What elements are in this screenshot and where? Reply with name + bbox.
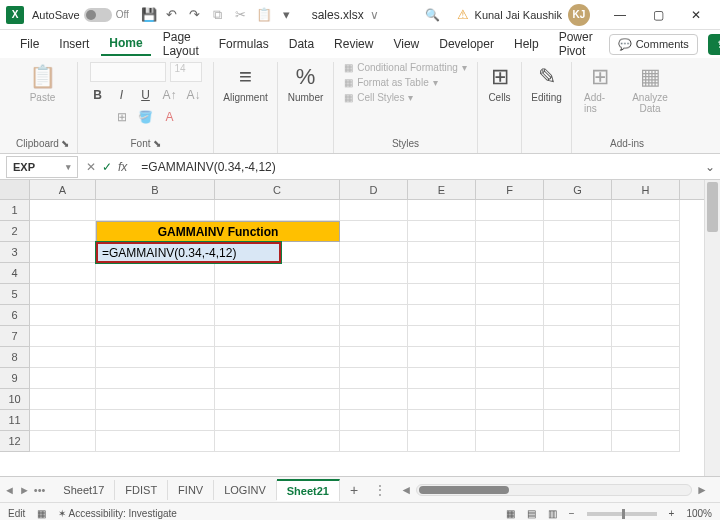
bold-button[interactable]: B: [89, 86, 107, 104]
grid-cell[interactable]: [408, 347, 476, 368]
font-family-select[interactable]: [90, 62, 166, 82]
paste-icon[interactable]: 📋: [256, 7, 272, 23]
user-avatar[interactable]: KJ: [568, 4, 590, 26]
row-header-1[interactable]: 1: [0, 200, 30, 221]
formula-input[interactable]: =GAMMAINV(0.34,-4,12): [135, 160, 700, 174]
conditional-formatting-button[interactable]: ▦ Conditional Formatting ▾: [344, 62, 467, 73]
zoom-out-icon[interactable]: −: [569, 508, 575, 519]
grid-cell[interactable]: [544, 368, 612, 389]
cancel-formula-icon[interactable]: ✕: [86, 160, 96, 174]
vertical-scroll-thumb[interactable]: [707, 182, 718, 232]
sheet-tab-loginv[interactable]: LOGINV: [214, 480, 277, 500]
minimize-button[interactable]: —: [602, 1, 638, 29]
grid-cell[interactable]: [340, 263, 408, 284]
grid-cell[interactable]: [340, 431, 408, 452]
grid-cell[interactable]: [215, 326, 340, 347]
view-page-break-icon[interactable]: ▥: [548, 508, 557, 519]
grid-cell[interactable]: [476, 410, 544, 431]
grid-cell[interactable]: [340, 326, 408, 347]
grid-cell[interactable]: [96, 347, 215, 368]
row-header-8[interactable]: 8: [0, 347, 30, 368]
italic-button[interactable]: I: [113, 86, 131, 104]
tab-nav-prev[interactable]: ◄: [4, 484, 15, 496]
analyze-data-button[interactable]: ▦ Analyze Data: [626, 62, 674, 116]
grid-cell[interactable]: [340, 368, 408, 389]
grid-cell[interactable]: [30, 221, 96, 242]
decrease-font-icon[interactable]: A↓: [185, 86, 203, 104]
menu-developer[interactable]: Developer: [431, 33, 502, 55]
paste-button[interactable]: 📋 Paste: [25, 62, 60, 105]
grid-cell[interactable]: [612, 347, 680, 368]
col-header-g[interactable]: G: [544, 180, 612, 199]
grid-cell[interactable]: [408, 389, 476, 410]
cut-icon[interactable]: ✂: [233, 7, 249, 23]
cell-b3-editing[interactable]: =GAMMAINV(0.34,-4,12): [96, 242, 281, 263]
qat-dropdown-icon[interactable]: ▾: [279, 7, 295, 23]
vertical-scrollbar[interactable]: [704, 180, 720, 476]
grid-cell[interactable]: [340, 284, 408, 305]
grid-cell[interactable]: [544, 326, 612, 347]
grid-cell[interactable]: [408, 200, 476, 221]
grid-cell[interactable]: [340, 200, 408, 221]
redo-icon[interactable]: ↷: [187, 7, 203, 23]
grid-cell[interactable]: [30, 368, 96, 389]
grid-cell[interactable]: [612, 221, 680, 242]
cell-styles-button[interactable]: ▦ Cell Styles ▾: [344, 92, 467, 103]
menu-formulas[interactable]: Formulas: [211, 33, 277, 55]
grid-cell[interactable]: [96, 284, 215, 305]
row-header-2[interactable]: 2: [0, 221, 30, 242]
grid-cell[interactable]: [96, 326, 215, 347]
cell-b2-merged[interactable]: GAMMAINV Function: [96, 221, 340, 242]
grid-cell[interactable]: [96, 263, 215, 284]
menu-view[interactable]: View: [385, 33, 427, 55]
grid-cell[interactable]: [340, 221, 408, 242]
row-header-5[interactable]: 5: [0, 284, 30, 305]
expand-formula-bar-icon[interactable]: ⌄: [700, 160, 720, 174]
grid-cell[interactable]: [612, 242, 680, 263]
maximize-button[interactable]: ▢: [640, 1, 676, 29]
grid-cell[interactable]: [215, 305, 340, 326]
row-header-11[interactable]: 11: [0, 410, 30, 431]
toggle-switch[interactable]: [84, 8, 112, 22]
grid-cell[interactable]: [612, 305, 680, 326]
grid-cell[interactable]: [30, 242, 96, 263]
grid-cell[interactable]: [215, 410, 340, 431]
grid-cell[interactable]: [476, 284, 544, 305]
menu-file[interactable]: File: [12, 33, 47, 55]
grid-cell[interactable]: [612, 410, 680, 431]
grid-cell[interactable]: [612, 263, 680, 284]
grid-cell[interactable]: [215, 347, 340, 368]
share-button[interactable]: ⇪: [708, 34, 720, 55]
grid-cell[interactable]: [215, 368, 340, 389]
grid-cell[interactable]: [476, 347, 544, 368]
grid-cell[interactable]: [612, 200, 680, 221]
warning-icon[interactable]: ⚠: [457, 7, 469, 22]
grid-cell[interactable]: [408, 263, 476, 284]
accessibility-status[interactable]: ✶ Accessibility: Investigate: [58, 508, 177, 519]
grid-cell[interactable]: [30, 431, 96, 452]
grid-cell[interactable]: [476, 305, 544, 326]
grid-cell[interactable]: [215, 431, 340, 452]
grid-cell[interactable]: [215, 284, 340, 305]
grid-cell[interactable]: [408, 284, 476, 305]
sheet-tab-sheet17[interactable]: Sheet17: [53, 480, 115, 500]
view-normal-icon[interactable]: ▦: [506, 508, 515, 519]
grid-cell[interactable]: [96, 431, 215, 452]
menu-home[interactable]: Home: [101, 32, 150, 56]
select-all-corner[interactable]: [0, 180, 30, 199]
grid-cell[interactable]: [96, 410, 215, 431]
grid-cell[interactable]: [544, 347, 612, 368]
border-button[interactable]: ⊞: [113, 108, 131, 126]
grid-cell[interactable]: [612, 389, 680, 410]
grid-cell[interactable]: [340, 389, 408, 410]
grid-cell[interactable]: [476, 200, 544, 221]
add-sheet-button[interactable]: +: [340, 482, 368, 498]
col-header-c[interactable]: C: [215, 180, 340, 199]
grid-cell[interactable]: [476, 389, 544, 410]
row-header-10[interactable]: 10: [0, 389, 30, 410]
tab-nav-more[interactable]: •••: [34, 484, 46, 496]
grid-cell[interactable]: [476, 263, 544, 284]
stats-icon[interactable]: ▦: [37, 508, 46, 519]
grid-cell[interactable]: [408, 368, 476, 389]
sheet-tab-finv[interactable]: FINV: [168, 480, 214, 500]
